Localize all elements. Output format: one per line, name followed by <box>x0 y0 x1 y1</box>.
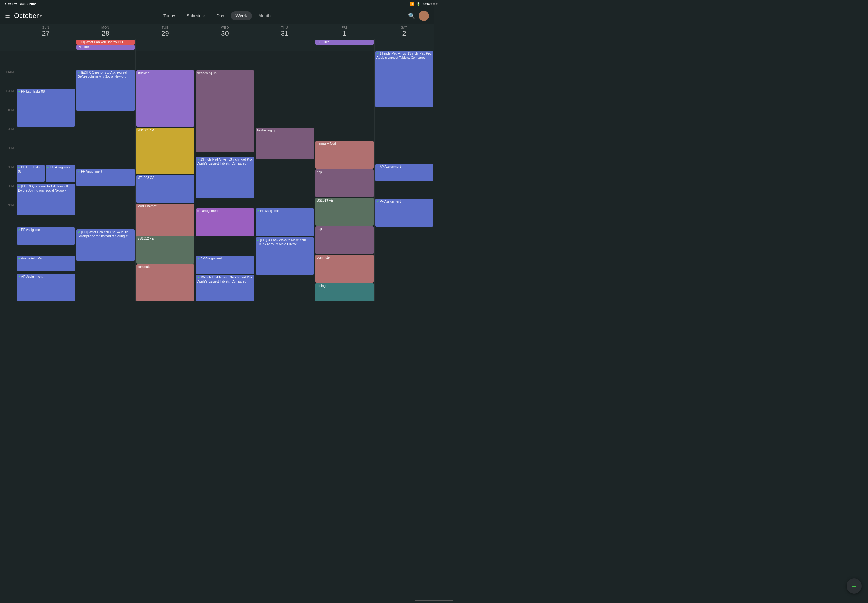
status-bar: 7:56 PM Sat 9 Nov 📶 🔋 42% <box>0 0 434 8</box>
event-sun-pf-lab-small[interactable]: ✔PF Lab Tasks 08 <box>17 165 45 182</box>
event-sun-pf-assign-offset[interactable]: ✔PF Assignment <box>46 165 75 182</box>
event-fri-nap2[interactable]: nap <box>316 226 374 254</box>
avatar[interactable] <box>419 11 429 21</box>
event-wed-freshening[interactable]: freshening up <box>196 71 254 152</box>
status-time: 7:56 PM <box>5 2 18 6</box>
event-mon-edi-smartphone[interactable]: ✔[EDI] What Can You Use Your Old Smartph… <box>76 229 135 261</box>
calendar-container: SUN 27 MON 28 TUE 29 WED 30 THU 31 FRI 1… <box>0 24 434 302</box>
event-tue-ns1001[interactable]: NS1001 AP <box>136 128 194 175</box>
event-tue-studying[interactable]: studying <box>136 71 194 127</box>
view-day-button[interactable]: Day <box>212 11 229 20</box>
app-header: ☰ October ▾ Today Schedule Day Week Mont… <box>0 8 434 24</box>
view-schedule-button[interactable]: Schedule <box>181 11 210 20</box>
event-sat-ipad-top[interactable]: ✔13-inch iPad Air vs. 13-inch iPad Pro: … <box>375 51 433 107</box>
time-4pm: 4PM <box>0 165 16 184</box>
event-fri-rotting[interactable]: rotting <box>316 283 374 302</box>
time-2pm: 2PM <box>0 127 16 146</box>
event-sun-pf-assign[interactable]: ✔PF Assignment <box>17 227 75 244</box>
event-mon-edi[interactable]: ✔[EDI] X Questions to Ask Yourself Befor… <box>76 70 135 111</box>
day-col-tue: studying NS1001 AP MT1003 CAL food + nam… <box>135 51 195 302</box>
all-day-event[interactable]: PF Quiz <box>76 45 135 49</box>
event-sat-ap-assign[interactable]: ✔AP Assignment <box>375 164 433 181</box>
month-title-button[interactable]: October ▾ <box>14 12 42 20</box>
all-day-bar: [EDI] What Can You Use Your O... PF Quiz… <box>0 39 434 51</box>
event-wed-ipad[interactable]: ✔13-inch iPad Air vs. 13-inch iPad Pro: … <box>196 157 254 198</box>
event-fri-commute[interactable]: commute <box>316 255 374 283</box>
month-chevron-icon: ▾ <box>40 13 42 19</box>
time-3pm: 3PM <box>0 146 16 165</box>
day-header-sat: SAT 2 <box>374 24 434 39</box>
wifi-icon: 📶 <box>410 2 415 6</box>
battery-percent: 42% <box>422 2 430 6</box>
time-11am: 11AM <box>0 70 16 89</box>
event-sun-ap-assign[interactable]: ✔AP Assignment <box>17 274 75 302</box>
day-col-sun: ✔PF Lab Tasks 08 ✔PF Lab Tasks 08 ✔PF As… <box>16 51 76 302</box>
all-day-event[interactable]: ICT Quiz <box>316 40 374 45</box>
event-fri-ss1013[interactable]: SS1013 FE <box>316 198 374 226</box>
event-tue-commute[interactable]: commute <box>136 264 194 302</box>
time-5pm: 5PM <box>0 184 16 203</box>
all-day-tue <box>135 39 195 51</box>
search-icon[interactable]: 🔍 <box>408 12 415 19</box>
event-thu-freshening[interactable]: freshening up <box>256 128 314 159</box>
view-month-button[interactable]: Month <box>253 11 275 20</box>
day-col-thu: freshening up ✔PF Assignment ✔[EDI] X Ea… <box>255 51 314 302</box>
event-thu-pf-assign[interactable]: ✔PF Assignment <box>256 208 314 236</box>
all-day-thu <box>255 39 314 51</box>
all-day-event[interactable]: [EDI] What Can You Use Your O... <box>76 40 135 45</box>
day-col-wed: freshening up ✔13-inch iPad Air vs. 13-i… <box>195 51 255 302</box>
day-header-wed: WED 30 <box>195 24 255 39</box>
all-day-mon: [EDI] What Can You Use Your O... PF Quiz <box>76 39 135 51</box>
all-day-wed <box>195 39 255 51</box>
day-header-fri: FRI 1 <box>314 24 374 39</box>
menu-button[interactable]: ☰ <box>5 12 10 19</box>
day-header-tue: TUE 29 <box>135 24 195 39</box>
view-today-button[interactable]: Today <box>158 11 180 20</box>
time-12pm: 12PM <box>0 89 16 108</box>
view-selector: Today Schedule Day Week Month <box>158 11 275 20</box>
time-1pm: 1PM <box>0 108 16 127</box>
event-sun-edi-questions[interactable]: ✔[EDI] X Questions to Ask Yourself Befor… <box>17 184 75 215</box>
event-fri-namaz[interactable]: namaz + food <box>316 141 374 169</box>
event-wed-ap-assign[interactable]: ✔AP Assignment <box>196 256 254 274</box>
day-col-fri: namaz + food nap SS1013 FE nap commute r… <box>314 51 374 302</box>
all-day-fri: ICT Quiz <box>314 39 374 51</box>
time-6pm: 6PM <box>0 203 16 221</box>
event-sun-arisha[interactable]: ✔Arisha Add Math <box>17 256 75 272</box>
day-header-thu: THU 31 <box>255 24 314 39</box>
event-sat-pf-assign[interactable]: ✔PF Assignment <box>375 199 433 227</box>
event-sun-pf-lab-large[interactable]: ✔PF Lab Tasks 08 <box>17 89 75 127</box>
time-labels: 11AM 12PM 1PM 2PM 3PM 4PM 5PM 6PM <box>0 51 16 302</box>
event-tue-ss1012[interactable]: SS1012 FE <box>136 236 194 264</box>
day-col-sat: ✔13-inch iPad Air vs. 13-inch iPad Pro: … <box>374 51 434 302</box>
event-mon-pf-assign[interactable]: ✔PF Assignment <box>76 169 135 186</box>
day-header-sun: SUN 27 <box>16 24 76 39</box>
day-col-mon: ✔[EDI] X Questions to Ask Yourself Befor… <box>76 51 135 302</box>
event-wed-ipad2[interactable]: ✔13-inch iPad Air vs. 13-inch iPad Pro: … <box>196 275 254 302</box>
day-headers: SUN 27 MON 28 TUE 29 WED 30 THU 31 FRI 1… <box>0 24 434 39</box>
event-fri-nap1[interactable]: nap <box>316 169 374 197</box>
event-wed-cal-assign[interactable]: cal assignment <box>196 208 254 236</box>
day-header-mon: MON 28 <box>76 24 135 39</box>
battery-icon: 🔋 <box>416 2 421 6</box>
all-day-sun <box>16 39 76 51</box>
all-day-sat <box>374 39 434 51</box>
time-grid[interactable]: 11AM 12PM 1PM 2PM 3PM 4PM 5PM 6PM ✔ <box>0 51 434 302</box>
view-week-button[interactable]: Week <box>231 11 252 20</box>
status-date: Sat 9 Nov <box>20 2 36 6</box>
event-thu-edi-tiktok[interactable]: ✔[EDI] X Easy Ways to Make Your TikTok A… <box>256 237 314 275</box>
event-tue-mt1003[interactable]: MT1003 CAL <box>136 175 194 203</box>
month-title-text: October <box>14 12 39 20</box>
event-tue-food-namaz[interactable]: food + namaz <box>136 204 194 238</box>
